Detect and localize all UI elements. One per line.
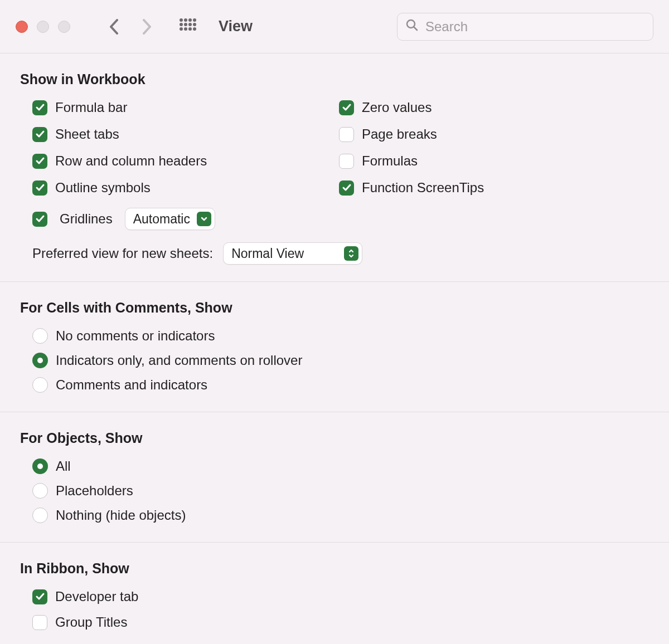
checkbox-outline-symbols[interactable]: Outline symbols	[20, 178, 321, 198]
radio-icon	[32, 377, 48, 393]
back-button[interactable]	[106, 18, 123, 35]
svg-point-2	[188, 18, 192, 22]
radio-label: Nothing (hide objects)	[56, 508, 186, 523]
checkbox-formulas[interactable]: Formulas	[327, 151, 649, 171]
show-all-button[interactable]	[178, 17, 197, 36]
svg-line-13	[414, 27, 418, 30]
svg-point-5	[184, 23, 187, 26]
checkbox-label: Formula bar	[55, 100, 127, 115]
checkbox-gridlines-row: Gridlines Automatic	[20, 208, 321, 230]
view-panel: Show in Workbook Formula bar Sheet tabs	[0, 53, 669, 644]
checkbox-label: Page breaks	[362, 126, 437, 142]
checkbox-sheet-tabs[interactable]: Sheet tabs	[20, 124, 321, 144]
radio-comments-both[interactable]: Comments and indicators	[20, 375, 649, 395]
window-minimize-button[interactable]	[37, 21, 49, 33]
checkbox-group-titles[interactable]: Group Titles	[20, 612, 649, 632]
section-objects: For Objects, Show All Placeholders Nothi…	[0, 412, 669, 543]
updown-icon	[344, 246, 358, 261]
traffic-lights	[16, 21, 70, 33]
heading-objects: For Objects, Show	[20, 430, 649, 446]
chevron-down-icon	[197, 212, 211, 226]
svg-point-4	[180, 23, 183, 26]
titlebar: View	[0, 0, 669, 53]
radio-icon	[32, 328, 48, 344]
radio-icon	[32, 483, 48, 499]
checkbox-icon	[32, 154, 47, 169]
svg-point-8	[180, 27, 183, 31]
section-ribbon: In Ribbon, Show Developer tab Group Titl…	[0, 543, 669, 644]
svg-point-7	[193, 23, 196, 26]
checkbox-label: Function ScreenTips	[362, 180, 484, 196]
radio-objects-nothing[interactable]: Nothing (hide objects)	[20, 505, 649, 525]
nav-buttons	[106, 18, 155, 35]
radio-icon	[32, 353, 48, 368]
checkbox-icon	[32, 100, 47, 115]
checkbox-page-breaks[interactable]: Page breaks	[327, 124, 649, 144]
page-title: View	[219, 18, 253, 35]
window-zoom-button[interactable]	[58, 21, 70, 33]
preferences-window: View Show in Workbook Formula bar	[0, 0, 669, 644]
checkbox-developer-tab[interactable]: Developer tab	[20, 587, 649, 607]
search-input[interactable]	[424, 18, 645, 35]
svg-point-3	[193, 18, 196, 22]
checkbox-icon	[339, 180, 354, 196]
checkbox-label: Outline symbols	[55, 180, 151, 196]
radio-label: Comments and indicators	[56, 377, 207, 393]
radio-comments-indicators[interactable]: Indicators only, and comments on rollove…	[20, 350, 649, 370]
radio-objects-all[interactable]: All	[20, 456, 649, 476]
checkbox-label: Gridlines	[60, 211, 113, 227]
svg-point-1	[184, 18, 187, 22]
checkbox-icon	[339, 127, 354, 142]
svg-point-0	[180, 18, 183, 22]
heading-ribbon: In Ribbon, Show	[20, 560, 649, 577]
checkbox-icon	[32, 589, 47, 604]
radio-objects-placeholders[interactable]: Placeholders	[20, 481, 649, 501]
checkbox-function-screentips[interactable]: Function ScreenTips	[327, 178, 649, 198]
checkbox-zero-values[interactable]: Zero values	[327, 97, 649, 118]
checkbox-label: Formulas	[362, 153, 418, 169]
checkbox-formula-bar[interactable]: Formula bar	[20, 97, 321, 118]
preferred-view-label: Preferred view for new sheets:	[32, 246, 213, 261]
radio-label: Placeholders	[56, 483, 133, 499]
checkbox-icon	[32, 127, 47, 142]
checkbox-row-column-headers[interactable]: Row and column headers	[20, 151, 321, 171]
svg-point-6	[188, 23, 192, 26]
window-close-button[interactable]	[16, 21, 28, 33]
checkbox-label: Developer tab	[55, 589, 138, 604]
radio-label: No comments or indicators	[56, 328, 215, 344]
svg-point-9	[184, 27, 187, 31]
gridlines-color-dropdown[interactable]: Automatic	[125, 208, 215, 230]
checkbox-label: Sheet tabs	[55, 126, 119, 142]
checkbox-label: Zero values	[362, 100, 432, 115]
dropdown-value: Normal View	[231, 246, 337, 261]
heading-comments: For Cells with Comments, Show	[20, 300, 649, 316]
radio-label: Indicators only, and comments on rollove…	[56, 353, 302, 368]
radio-label: All	[56, 458, 71, 474]
checkbox-icon	[339, 154, 354, 169]
checkbox-label: Group Titles	[55, 614, 127, 630]
search-icon	[405, 18, 419, 35]
checkbox-label: Row and column headers	[55, 153, 207, 169]
svg-point-10	[188, 27, 192, 31]
checkbox-icon	[32, 180, 47, 196]
radio-icon	[32, 508, 48, 523]
dropdown-value: Automatic	[133, 212, 190, 227]
preferred-view-dropdown[interactable]: Normal View	[223, 242, 362, 265]
section-show-in-workbook: Show in Workbook Formula bar Sheet tabs	[0, 53, 669, 282]
radio-comments-none[interactable]: No comments or indicators	[20, 326, 649, 346]
checkbox-gridlines[interactable]	[32, 212, 47, 227]
svg-point-11	[193, 27, 196, 31]
section-comments: For Cells with Comments, Show No comment…	[0, 282, 669, 412]
heading-show-in-workbook: Show in Workbook	[20, 71, 649, 87]
search-field[interactable]	[397, 13, 653, 41]
radio-icon	[32, 458, 48, 474]
forward-button[interactable]	[138, 18, 155, 35]
checkbox-icon	[339, 100, 354, 115]
checkbox-icon	[32, 615, 47, 630]
